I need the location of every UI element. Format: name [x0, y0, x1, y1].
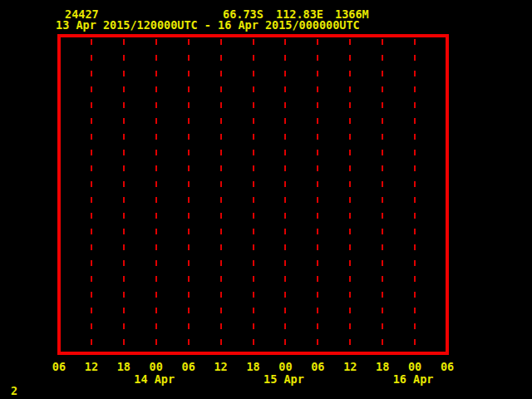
x-day-label: 15 Apr — [264, 374, 304, 386]
time-range-label: 13 Apr 2015/120000UTC - 16 Apr 2015/0000… — [56, 20, 360, 32]
x-tick-label: 06 — [52, 362, 66, 373]
page-indicator: 2 — [11, 386, 17, 397]
x-tick-label: 12 — [343, 362, 357, 373]
vertical-gridline — [284, 39, 286, 352]
x-tick-label: 18 — [246, 362, 259, 373]
vertical-gridline — [414, 39, 416, 352]
x-tick-label: 06 — [182, 362, 195, 373]
vertical-gridline — [382, 39, 383, 352]
vertical-gridline — [91, 39, 92, 352]
x-tick-label: 18 — [376, 362, 389, 373]
meteogram-screen: 24427 66.73S 112.83E 1366M 13 Apr 2015/1… — [0, 0, 532, 399]
vertical-gridline — [317, 39, 318, 352]
vertical-gridline — [155, 39, 157, 352]
vertical-gridline — [253, 39, 254, 352]
x-tick-label: 00 — [150, 362, 163, 373]
vertical-gridline — [349, 39, 351, 352]
vertical-gridline — [188, 39, 190, 352]
x-day-label: 16 Apr — [393, 374, 434, 386]
x-day-label: 14 Apr — [134, 374, 175, 386]
x-tick-label: 12 — [214, 362, 227, 373]
x-tick-label: 06 — [311, 362, 324, 373]
x-tick-label: 00 — [278, 362, 292, 373]
vertical-gridline — [220, 39, 222, 352]
x-tick-label: 00 — [408, 362, 421, 373]
x-tick-label: 06 — [441, 362, 454, 373]
x-tick-label: 18 — [117, 362, 131, 373]
vertical-gridline — [123, 39, 125, 352]
x-tick-label: 12 — [85, 362, 98, 373]
